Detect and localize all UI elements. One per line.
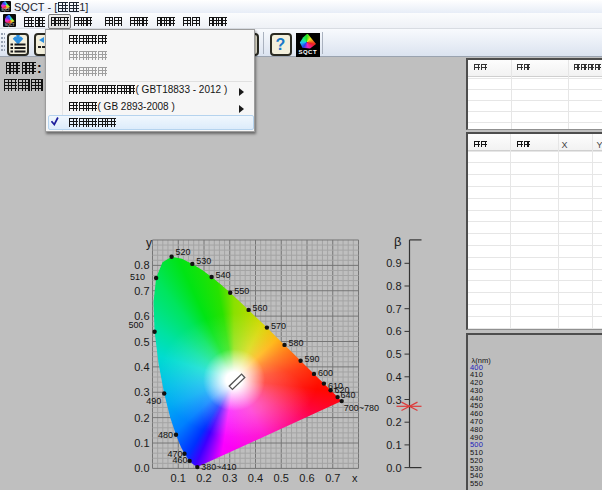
- svg-text:380~410: 380~410: [201, 462, 236, 472]
- svg-text:530: 530: [196, 256, 211, 266]
- svg-text:500: 500: [129, 320, 144, 330]
- svg-text:490: 490: [146, 396, 161, 406]
- svg-text:560: 560: [253, 303, 268, 313]
- svg-text:460: 460: [173, 455, 188, 465]
- svg-text:590: 590: [305, 354, 320, 364]
- svg-text:480: 480: [158, 430, 173, 440]
- svg-text:510: 510: [130, 272, 145, 282]
- svg-text:700~780: 700~780: [344, 403, 379, 413]
- svg-text:520: 520: [176, 247, 191, 257]
- svg-text:600: 600: [318, 368, 333, 378]
- svg-text:570: 570: [271, 321, 286, 331]
- svg-text:550: 550: [234, 286, 249, 296]
- svg-text:640: 640: [341, 390, 356, 400]
- svg-text:540: 540: [216, 270, 231, 280]
- svg-text:580: 580: [289, 338, 304, 348]
